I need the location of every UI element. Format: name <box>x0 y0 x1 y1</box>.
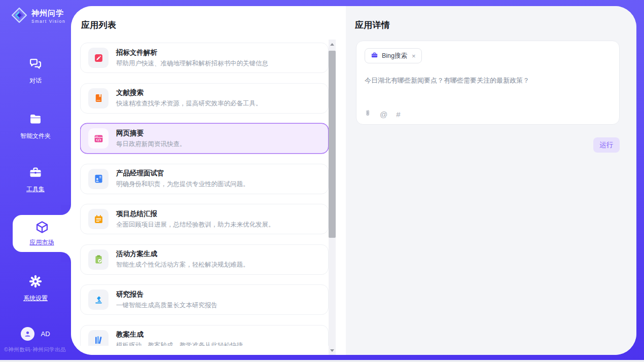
app-detail-panel: 应用详情 Bing搜索 × 今日湖北有哪些新闻要点？有哪些需要关注的最新政策？ <box>346 6 636 355</box>
diamond-logo-icon <box>10 6 29 27</box>
sidebar-item-label: 对话 <box>29 77 42 85</box>
app-description: 模板驱动，教案秒成，教学准备从此轻松快捷 <box>116 341 243 346</box>
app-name: 招标文件解析 <box>116 48 268 57</box>
chat-icon <box>28 57 43 73</box>
document-edit-icon <box>88 48 109 68</box>
sidebar-item-app-market[interactable]: 应用市场 <box>13 215 71 252</box>
sidebar-item-chat[interactable]: 对话 <box>0 57 71 85</box>
tool-tag-bing-search[interactable]: Bing搜索 × <box>365 48 422 63</box>
list-item-event-plan[interactable]: 活动方案生成 智能生成个性化活动方案，轻松解决规划难题。 <box>80 244 329 275</box>
app-description: 帮助用户快速、准确地理解和解析招标书中的关键信息 <box>116 59 268 68</box>
folder-icon <box>28 112 43 128</box>
brand-subtitle: Smart Vision <box>31 19 65 24</box>
toolbox-icon <box>28 165 43 182</box>
clipboard-check-icon <box>88 249 109 270</box>
app-name: 活动方案生成 <box>116 249 249 259</box>
tool-tag-label: Bing搜索 <box>382 52 407 60</box>
app-description: 明确身份和职责，为您提供专业性的面试问题。 <box>116 180 249 189</box>
close-icon[interactable]: × <box>412 53 416 59</box>
app-name: 教案生成 <box>116 330 243 339</box>
sidebar-item-smart-folder[interactable]: 智能文件夹 <box>0 112 71 140</box>
prompt-textarea[interactable]: 今日湖北有哪些新闻要点？有哪些需要关注的最新政策？ <box>365 76 608 86</box>
research-icon <box>88 289 109 310</box>
bubble-notch-top <box>61 205 71 215</box>
app-name: 文献搜索 <box>116 88 262 97</box>
app-description: 智能生成个性化活动方案，轻松解决规划难题。 <box>116 261 249 269</box>
mention-icon[interactable]: @ <box>380 111 387 118</box>
app-description: 每日政府新闻资讯快查。 <box>116 140 186 149</box>
books-icon <box>88 330 109 346</box>
browser-code-icon <box>88 128 109 149</box>
scroll-down-button[interactable] <box>329 347 336 354</box>
list-scrollbar[interactable] <box>329 40 336 355</box>
bubble-notch-bottom <box>61 252 71 262</box>
list-item-lesson-plan[interactable]: 教案生成 模板驱动，教案秒成，教学准备从此轻松快捷 <box>80 325 329 346</box>
hashtag-icon[interactable]: # <box>396 111 400 118</box>
briefcase-icon <box>371 51 378 61</box>
run-button[interactable]: 运行 <box>593 137 620 153</box>
app-name: 产品经理面试官 <box>116 169 249 178</box>
app-name: 网页摘要 <box>116 129 186 138</box>
sidebar-item-label: 工具集 <box>26 185 45 194</box>
sidebar-item-label: 系统设置 <box>23 294 48 303</box>
user-profile[interactable]: AD <box>0 327 71 341</box>
app-detail-title: 应用详情 <box>355 19 390 31</box>
sidebar-item-settings[interactable]: 系统设置 <box>0 274 71 303</box>
list-item-literature-search[interactable]: 文献搜索 快速精准查找学术资源，提高研究效率的必备工具。 <box>80 83 329 114</box>
gear-icon <box>28 274 43 291</box>
content-panel: 应用列表 招标文件解析 帮助用户快速、准确地理解和解析招标书中的关键信息 <box>71 6 636 355</box>
triangle-up-icon <box>330 43 334 46</box>
scroll-up-button[interactable] <box>329 41 336 48</box>
brand-name: 神州问学 <box>31 9 65 18</box>
avatar <box>21 327 34 341</box>
attachment-toolbar: @ # <box>364 109 401 120</box>
sidebar-item-toolset[interactable]: 工具集 <box>0 165 71 194</box>
app-description: 快速精准查找学术资源，提高研究效率的必备工具。 <box>116 99 262 108</box>
prompt-card: Bing搜索 × 今日湖北有哪些新闻要点？有哪些需要关注的最新政策？ @ # <box>356 41 620 125</box>
list-item-pm-interviewer[interactable]: 产品经理面试官 明确身份和职责，为您提供专业性的面试问题。 <box>80 164 329 194</box>
app-list-panel: 应用列表 招标文件解析 帮助用户快速、准确地理解和解析招标书中的关键信息 <box>71 6 346 355</box>
scrollbar-thumb[interactable] <box>329 51 336 238</box>
notes-icon <box>88 209 109 229</box>
app-list-title: 应用列表 <box>81 19 116 31</box>
sidebar-footer-credit: ©神州数码·神州问学出品 <box>4 346 72 353</box>
cube-icon <box>35 220 49 236</box>
list-item-project-summary[interactable]: 项目总结汇报 全面回顾项目进展，总结经验教训，助力未来优化发展。 <box>80 204 329 234</box>
paperclip-icon[interactable] <box>364 109 371 120</box>
brand-logo: 神州问学 Smart Vision <box>10 6 65 27</box>
list-item-research-report[interactable]: 研究报告 一键智能生成高质量长文本研究报告 <box>80 284 329 315</box>
user-initials: AD <box>41 330 50 338</box>
list-item-web-summary[interactable]: 网页摘要 每日政府新闻资讯快查。 <box>80 123 329 154</box>
list-item-bid-document-parse[interactable]: 招标文件解析 帮助用户快速、准确地理解和解析招标书中的关键信息 <box>80 43 329 73</box>
app-description: 全面回顾项目进展，总结经验教训，助力未来优化发展。 <box>116 221 275 229</box>
app-name: 项目总结汇报 <box>116 209 275 219</box>
interviewer-icon <box>88 169 109 189</box>
triangle-down-icon <box>330 349 334 352</box>
app-description: 一键智能生成高质量长文本研究报告 <box>116 301 218 310</box>
sidebar: 神州问学 Smart Vision 对话 智能文件夹 <box>0 0 71 360</box>
sidebar-item-label: 智能文件夹 <box>20 132 51 140</box>
app-name: 研究报告 <box>116 290 218 299</box>
book-icon <box>88 88 109 108</box>
sidebar-item-label: 应用市场 <box>30 238 54 247</box>
app-list: 招标文件解析 帮助用户快速、准确地理解和解析招标书中的关键信息 文献搜索 快速精… <box>80 43 329 346</box>
